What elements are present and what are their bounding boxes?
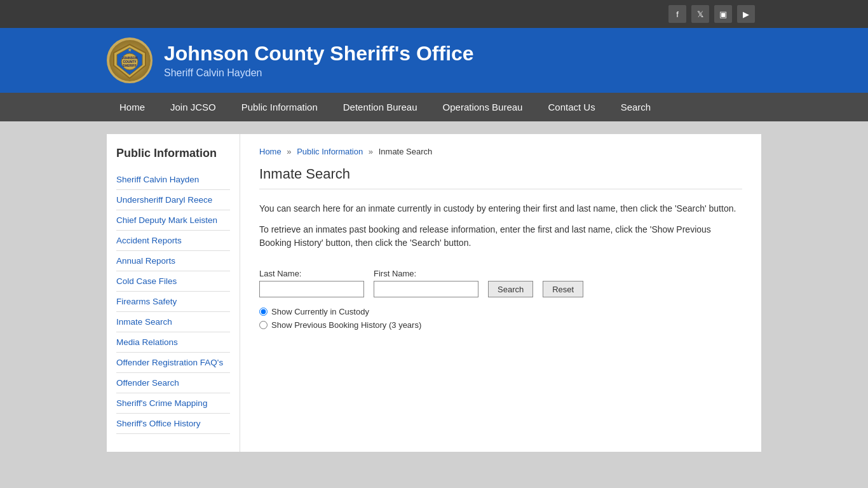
page-wrapper: Public Information Sheriff Calvin Hayden… [107,134,761,452]
reset-button[interactable]: Reset [543,281,583,297]
first-name-label: First Name: [374,269,478,278]
svg-text:★: ★ [128,48,132,52]
breadcrumb-sep-1: » [287,147,291,156]
sidebar-title: Public Information [116,147,230,160]
twitter-icon[interactable]: 𝕏 [691,5,709,23]
breadcrumb-section[interactable]: Public Information [297,147,363,156]
svg-text:SHERIFF: SHERIFF [123,64,136,67]
sidebar-item-offender-registration[interactable]: Offender Registration FAQ's [116,353,230,373]
breadcrumb-home[interactable]: Home [259,147,281,156]
radio-history-label[interactable]: Show Previous Booking History (3 years) [259,320,742,330]
sidebar-item-chief-deputy[interactable]: Chief Deputy Mark Leisten [116,210,230,231]
youtube-icon[interactable]: ▶ [737,5,755,23]
nav-detention-bureau[interactable]: Detention Bureau [330,93,430,121]
sidebar-item-firearms-safety[interactable]: Firearms Safety [116,292,230,312]
facebook-icon[interactable]: f [668,5,686,23]
sidebar-item-offender-search[interactable]: Offender Search [116,373,230,393]
description-1: You can search here for an inmate curren… [259,202,742,215]
search-button[interactable]: Search [488,281,533,297]
page-title: Inmate Search [259,166,742,189]
description-2: To retrieve an inmates past booking and … [259,223,742,250]
last-name-label: Last Name: [259,269,364,278]
nav-contact-us[interactable]: Contact Us [535,93,607,121]
main-content: Home » Public Information » Inmate Searc… [240,134,761,342]
sidebar-item-inmate-search[interactable]: Inmate Search [116,312,230,332]
breadcrumb-sep-2: » [369,147,373,156]
site-title: Johnson County Sheriff's Office Sheriff … [164,42,474,79]
sidebar-item-annual-reports[interactable]: Annual Reports [116,251,230,271]
radio-custody-label[interactable]: Show Currently in Custody [259,307,742,316]
nav-home[interactable]: Home [107,93,158,121]
sidebar-item-sheriff[interactable]: Sheriff Calvin Hayden [116,170,230,190]
sidebar-item-accident-reports[interactable]: Accident Reports [116,231,230,251]
top-bar: f 𝕏 ▣ ▶ [0,0,868,28]
nav-search[interactable]: Search [608,93,664,121]
search-form: Last Name: First Name: Search Reset Show… [259,269,742,330]
sidebar-item-cold-case-files[interactable]: Cold Case Files [116,271,230,292]
social-icons: f 𝕏 ▣ ▶ [107,5,761,23]
breadcrumb-current: Inmate Search [379,147,433,156]
sidebar: Public Information Sheriff Calvin Hayden… [107,134,240,452]
nav-public-information[interactable]: Public Information [229,93,330,121]
radio-history-text: Show Previous Booking History (3 years) [271,320,421,330]
sidebar-item-crime-mapping[interactable]: Sheriff's Crime Mapping [116,393,230,414]
sidebar-item-undersheriff[interactable]: Undersheriff Daryl Reece [116,190,230,210]
nav-join-jcso[interactable]: Join JCSO [158,93,229,121]
main-nav: Home Join JCSO Public Information Detent… [0,93,868,121]
nav-operations-bureau[interactable]: Operations Bureau [430,93,536,121]
radio-custody-text: Show Currently in Custody [271,307,369,316]
radio-history[interactable] [259,321,268,329]
sidebar-item-media-relations[interactable]: Media Relations [116,332,230,353]
badge-logo: JOHNSON COUNTY SHERIFF ★ [107,37,153,83]
sidebar-item-office-history[interactable]: Sheriff's Office History [116,414,230,434]
radio-custody[interactable] [259,308,268,316]
radio-group: Show Currently in Custody Show Previous … [259,307,742,330]
instagram-icon[interactable]: ▣ [714,5,732,23]
last-name-input[interactable] [259,281,364,297]
first-name-input[interactable] [374,281,478,297]
site-header: JOHNSON COUNTY SHERIFF ★ Johnson County … [0,28,868,93]
breadcrumb: Home » Public Information » Inmate Searc… [259,147,742,156]
